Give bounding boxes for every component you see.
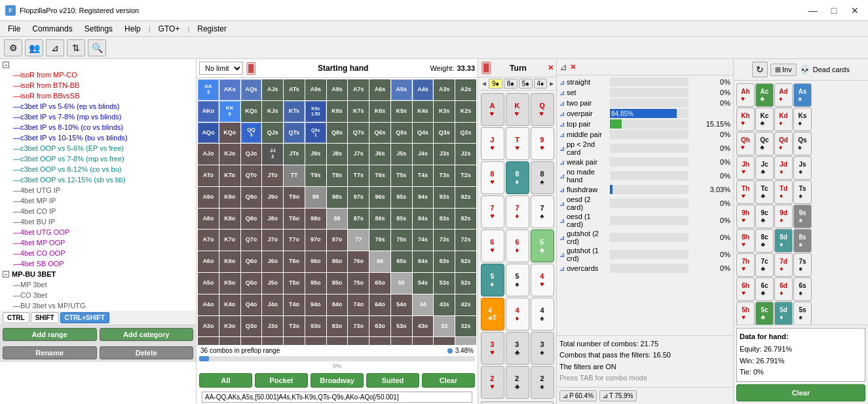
grid-cell-98s[interactable]: 98s — [327, 187, 348, 208]
grid-cell-t2o[interactable]: T2o — [284, 337, 305, 345]
pocket-button[interactable]: Pocket — [255, 373, 308, 388]
grid-cell-85o[interactable]: 85o — [327, 273, 348, 294]
grid-cell-q9o[interactable]: Q9o — [241, 187, 262, 208]
tf-badge[interactable]: ⊿ T 75.9% — [599, 390, 636, 401]
progress-dot[interactable] — [447, 348, 453, 354]
board-card-qh[interactable]: Q♥ — [531, 93, 554, 126]
grid-cell-83o[interactable]: 83o — [327, 316, 348, 337]
grid-cell-84o[interactable]: 84o — [327, 294, 348, 315]
sidebar-item-4bet-utg-ip[interactable]: —4bet UTG IP — [0, 185, 196, 195]
grid-cell-k8s[interactable]: K8s — [327, 101, 348, 122]
grid-cell-t6o[interactable]: T6o — [284, 251, 305, 272]
stat-row-gutshot-(1-crd)[interactable]: ⊿gutshot (1 crd)0% — [558, 246, 732, 263]
grid-cell-t9o[interactable]: T9o — [284, 187, 305, 208]
grid-cell-k6o[interactable]: K6o — [219, 251, 240, 272]
grid-cell-j3o[interactable]: J3o — [262, 316, 283, 337]
sidebar-item-c3bet-1015[interactable]: —c3bet IP vs 10-15% (bu vs blinds) — [0, 132, 196, 143]
grid-cell-66[interactable]: 66 — [369, 251, 390, 272]
sidebar-item-isor-btn-bb[interactable]: —isoR from BTN-BB — [0, 80, 196, 91]
sidebar-item-4bet-utg-oop[interactable]: —4bet UTG OOP — [0, 227, 196, 237]
board-card-jh[interactable]: J♥ — [481, 127, 504, 160]
grid-cell-76s[interactable]: 76s — [369, 230, 390, 251]
grid-cell-74o[interactable]: 74o — [348, 294, 369, 315]
grid-cell-54o[interactable]: 54o — [391, 294, 412, 315]
collapse-button[interactable]: − — [3, 62, 9, 68]
board-card-th[interactable]: T♥ — [506, 127, 529, 160]
grid-cell-75s[interactable]: 75s — [391, 230, 412, 251]
sidebar-item-c3bet-oop-78[interactable]: —c3bet OOP vs 7-8% (mp vs free) — [0, 153, 196, 164]
grid-cell-q5o[interactable]: Q5o — [241, 273, 262, 294]
dead-card-6d[interactable]: 6d♦ — [774, 277, 793, 301]
board-clear-button[interactable]: Clear — [481, 401, 554, 404]
dead-card-qs[interactable]: Qs♠ — [793, 132, 812, 155]
board-card-3s[interactable]: 3♠ — [531, 332, 554, 365]
grid-cell-ajo[interactable]: AJo — [198, 144, 219, 165]
grid-cell-t8s[interactable]: T8s — [327, 165, 348, 186]
board-card-7d[interactable]: 7♦ — [506, 195, 529, 228]
grid-cell-qjs[interactable]: QJs — [262, 123, 283, 144]
grid-cell-aks[interactable]: AKs — [219, 79, 240, 100]
grid-cell-j9o[interactable]: J9o — [262, 187, 283, 208]
grid-cell-k9s[interactable]: K9s 1.50 — [305, 101, 326, 122]
dead-card-9d[interactable]: 9d♦ — [774, 205, 793, 228]
grid-cell-q3o[interactable]: Q3o — [241, 316, 262, 337]
grid-cell-88[interactable]: 88 — [327, 209, 348, 230]
grid-cell-96s[interactable]: 96s — [369, 187, 390, 208]
grid-cell-k2s[interactable]: K2s — [455, 101, 476, 122]
street-tab-4d[interactable]: 4♦ — [534, 79, 548, 89]
grid-cell-jts[interactable]: JTs — [284, 144, 305, 165]
dead-card-5c[interactable]: 5c♣ — [755, 302, 774, 325]
stat-row-oesd-(2-card)[interactable]: ⊿oesd (2 card)0% — [558, 195, 732, 212]
grid-cell-97s[interactable]: 97s — [348, 187, 369, 208]
grid-cell-55[interactable]: 55 — [391, 273, 412, 294]
grid-cell-j8s[interactable]: J8s — [327, 144, 348, 165]
users-button[interactable]: 👥 — [25, 39, 43, 56]
add-category-button[interactable]: Add category — [100, 328, 194, 341]
dead-card-js[interactable]: Js♠ — [793, 156, 812, 180]
dead-clear-button[interactable]: Clear — [736, 384, 865, 401]
dead-card-6h[interactable]: 6h♥ — [736, 277, 755, 301]
grid-cell-a5s[interactable]: A5s — [391, 79, 412, 100]
grid-cell-76o[interactable]: 76o — [348, 251, 369, 272]
grid-cell-95o[interactable]: 95o — [305, 273, 326, 294]
dead-card-ah[interactable]: Ah♥ — [736, 83, 755, 107]
grid-cell-92s[interactable]: 92s — [455, 187, 476, 208]
sidebar-item-4bet-bu-ip[interactable]: —4bet BU IP — [0, 216, 196, 227]
range-text-input[interactable] — [202, 392, 472, 403]
dead-card-td[interactable]: Td♦ — [774, 180, 793, 204]
grid-cell-kqs[interactable]: KQs — [241, 101, 262, 122]
sidebar-item-c3bet-810[interactable]: —c3bet IP vs 8-10% (co vs blinds) — [0, 122, 196, 132]
grid-cell-aa[interactable]: AA 3 — [198, 79, 219, 100]
board-card-4h[interactable]: 4♥ — [531, 264, 554, 296]
board-card-4d-2[interactable]: 4♦ — [506, 298, 529, 331]
board-card-ah[interactable]: A♥ — [481, 93, 504, 126]
dead-card-8h[interactable]: 8h♥ — [736, 229, 755, 253]
sort-button[interactable]: ⇅ — [67, 39, 85, 56]
pf-badge[interactable]: ⊿ P 60.4% — [559, 390, 597, 401]
grid-cell-a6s[interactable]: A6s — [369, 79, 390, 100]
board-card-8s[interactable]: 8♠ — [531, 161, 554, 194]
grid-cell-a8o[interactable]: A8o — [198, 209, 219, 230]
grid-cell-73o[interactable]: 73o — [348, 316, 369, 337]
grid-cell-t8o[interactable]: T8o — [284, 209, 305, 230]
grid-cell-62o[interactable]: 62o — [369, 337, 390, 345]
grid-cell-a5o[interactable]: A5o — [198, 273, 219, 294]
grid-cell-97o[interactable]: 97o — [305, 230, 326, 251]
dead-card-qh[interactable]: Qh♥ — [736, 132, 755, 155]
grid-cell-k7o[interactable]: K7o — [219, 230, 240, 251]
dead-card-7d[interactable]: 7d♦ — [774, 253, 793, 277]
sidebar-item-c3bet-oop-1215[interactable]: —c3bet OOP vs 12-15% (sb vs bb) — [0, 174, 196, 185]
board-card-6h[interactable]: 6♥ — [481, 230, 504, 262]
menu-commands[interactable]: Commands — [27, 23, 77, 35]
grid-cell-t7o[interactable]: T7o — [284, 230, 305, 251]
grid-cell-84s[interactable]: 84s — [413, 209, 434, 230]
grid-cell-t6s[interactable]: T6s — [369, 165, 390, 186]
dead-card-8c[interactable]: 8c♣ — [755, 229, 774, 253]
dead-card-jd[interactable]: Jd♦ — [774, 156, 793, 180]
sidebar-item-c3bet-oop-56[interactable]: —c3bet OOP vs 5-6% (EP vs free) — [0, 143, 196, 153]
grid-cell-65s[interactable]: 65s — [391, 251, 412, 272]
grid-cell-kts[interactable]: KTs — [284, 101, 305, 122]
grid-cell-q3s[interactable]: Q3s — [434, 123, 455, 144]
grid-cell-q5s[interactable]: Q5s — [391, 123, 412, 144]
grid-cell-86o[interactable]: 86o — [327, 251, 348, 272]
